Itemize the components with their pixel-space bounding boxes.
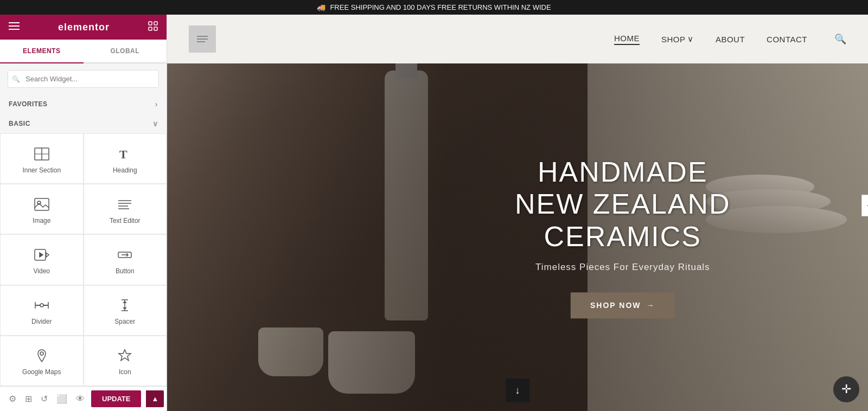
heading-icon: T: [115, 146, 135, 162]
scroll-down-icon: ↓: [515, 385, 520, 396]
announcement-text: FREE SHIPPING AND 100 DAYS FREE RETURNS …: [330, 3, 551, 11]
widget-text-editor[interactable]: Text Editor: [84, 184, 167, 234]
video-icon: [32, 247, 52, 263]
top-announcement-bar: 🚚 FREE SHIPPING AND 100 DAYS FREE RETURN…: [0, 0, 868, 15]
shop-dropdown-chevron-icon: ∨: [687, 34, 694, 44]
video-label: Video: [34, 267, 50, 275]
nav-shop[interactable]: SHOP ∨: [661, 34, 694, 44]
spacer-label: Spacer: [114, 318, 135, 325]
svg-rect-11: [35, 198, 49, 210]
grid-icon[interactable]: [148, 21, 158, 34]
svg-rect-3: [149, 22, 152, 25]
widget-inner-section[interactable]: Inner Section: [0, 133, 84, 184]
svg-point-27: [40, 352, 43, 355]
nav-links: HOME SHOP ∨ ABOUT CONTACT 🔍: [614, 33, 846, 45]
heading-label: Heading: [113, 166, 137, 174]
crosshair-icon: ✛: [841, 382, 851, 396]
hero-headline: HANDMADE NEW ZEALAND CERAMICS: [448, 156, 798, 253]
shop-now-arrow-icon: →: [647, 301, 655, 310]
text-editor-label: Text Editor: [110, 217, 141, 224]
settings-icon[interactable]: ⚙: [7, 391, 18, 406]
widget-icon[interactable]: Icon: [84, 336, 167, 386]
basic-chevron-icon: ∨: [152, 119, 158, 128]
basic-section-header[interactable]: BASIC ∨: [0, 114, 167, 133]
navigation-fab[interactable]: ✛: [833, 376, 859, 402]
right-content: HOME SHOP ∨ ABOUT CONTACT 🔍: [167, 15, 868, 411]
scroll-down-button[interactable]: ↓: [506, 378, 529, 402]
image-label: Image: [33, 217, 50, 224]
update-button[interactable]: UPDATE: [91, 390, 141, 407]
widget-grid: Inner Section T Heading: [0, 133, 167, 386]
shop-now-label: SHOP NOW: [590, 301, 641, 310]
basic-label: BASIC: [9, 120, 30, 127]
svg-rect-6: [154, 27, 157, 30]
bottom-toolbar: ⚙ ⊞ ↺ ⬜ 👁 UPDATE ▲: [0, 386, 167, 411]
panel-collapse-handle[interactable]: ‹: [861, 195, 868, 216]
icon-widget-icon: [115, 348, 135, 364]
hamburger-menu-icon[interactable]: [9, 22, 20, 33]
app-layout: elementor ELEMENTS GLOBAL FAVORITES: [0, 15, 868, 411]
divider-icon: [32, 297, 52, 313]
favorites-section-header[interactable]: FAVORITES ›: [0, 94, 167, 114]
svg-marker-19: [40, 253, 43, 257]
widget-divider[interactable]: Divider: [0, 285, 84, 336]
google-maps-icon: [32, 348, 52, 364]
hero-subheadline: Timeless Pieces For Everyday Rituals: [448, 262, 798, 273]
widget-spacer[interactable]: Spacer: [84, 285, 167, 336]
update-dropdown-button[interactable]: ▲: [146, 390, 164, 407]
nav-contact[interactable]: CONTACT: [767, 35, 807, 44]
google-maps-label: Google Maps: [22, 368, 61, 376]
widget-heading[interactable]: T Heading: [84, 133, 167, 184]
site-logo: [189, 25, 216, 53]
inner-section-icon: [32, 146, 52, 162]
svg-marker-28: [119, 350, 131, 361]
responsive-icon[interactable]: ⬜: [54, 391, 69, 406]
svg-rect-4: [154, 22, 157, 25]
text-editor-icon: [115, 196, 135, 213]
svg-text:T: T: [119, 147, 127, 161]
hero-section: HANDMADE NEW ZEALAND CERAMICS Timeless P…: [167, 63, 868, 411]
site-nav: HOME SHOP ∨ ABOUT CONTACT 🔍: [167, 15, 868, 63]
image-icon: [32, 196, 52, 213]
svg-rect-5: [149, 27, 152, 30]
inner-section-label: Inner Section: [22, 166, 61, 174]
button-label: Button: [116, 267, 135, 275]
layers-icon[interactable]: ⊞: [23, 391, 34, 406]
eye-icon[interactable]: 👁: [74, 392, 87, 406]
favorites-label: FAVORITES: [9, 100, 48, 108]
shop-now-button[interactable]: SHOP NOW →: [571, 292, 675, 318]
icon-label: Icon: [119, 368, 131, 376]
search-area: [0, 63, 167, 94]
nav-home[interactable]: HOME: [614, 34, 640, 45]
search-input[interactable]: [8, 70, 159, 88]
elementor-logo: elementor: [58, 22, 110, 33]
spacer-icon: [115, 297, 135, 313]
left-panel: elementor ELEMENTS GLOBAL FAVORITES: [0, 15, 167, 411]
tab-elements[interactable]: ELEMENTS: [0, 40, 84, 63]
widget-google-maps[interactable]: Google Maps: [0, 336, 84, 386]
panel-tabs: ELEMENTS GLOBAL: [0, 40, 167, 63]
divider-label: Divider: [31, 318, 52, 325]
shipping-icon: 🚚: [317, 3, 326, 11]
widget-button[interactable]: Button: [84, 234, 167, 285]
widget-image[interactable]: Image: [0, 184, 84, 234]
tab-global[interactable]: GLOBAL: [84, 40, 167, 62]
nav-search-icon[interactable]: 🔍: [834, 33, 846, 45]
panel-header: elementor: [0, 15, 167, 40]
button-icon: [115, 247, 135, 263]
svg-point-23: [40, 304, 43, 307]
history-icon[interactable]: ↺: [39, 391, 50, 406]
hero-text-block: HANDMADE NEW ZEALAND CERAMICS Timeless P…: [448, 156, 798, 318]
widget-video[interactable]: Video: [0, 234, 84, 285]
svg-marker-18: [46, 253, 49, 257]
favorites-chevron-icon: ›: [155, 100, 158, 108]
nav-about[interactable]: ABOUT: [716, 35, 745, 44]
